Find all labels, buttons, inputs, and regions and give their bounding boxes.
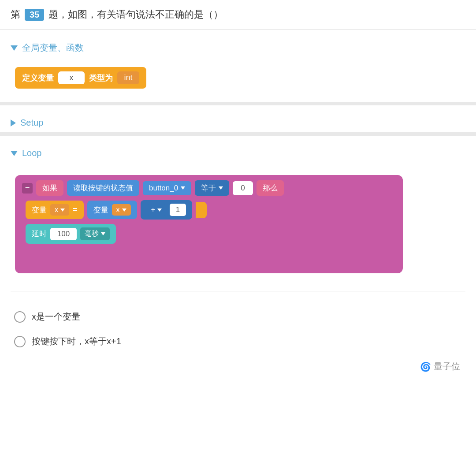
answer-a-row[interactable]: x是一个变量 <box>14 305 462 329</box>
question-header: 第 35 题，如图，有关语句说法不正确的是（） <box>0 0 476 30</box>
ms-label: 毫秒 <box>85 229 99 238</box>
type-label: 类型为 <box>89 73 113 83</box>
dropdown-arrow-4 <box>122 209 126 212</box>
section-loop-header[interactable]: Loop <box>11 144 465 163</box>
plus-dropdown[interactable]: + <box>147 204 166 216</box>
equal-dropdown[interactable]: 等于 <box>195 180 229 196</box>
if-block-footer <box>22 248 110 264</box>
loop-container: − 如果 读取按键的状态值 button_0 等于 0 那么 <box>15 175 465 273</box>
zero-value[interactable]: 0 <box>233 181 253 195</box>
section-setup: Setup <box>11 113 465 132</box>
section-global-label: 全局变量、函数 <box>22 42 84 54</box>
define-label: 定义变量 <box>22 73 54 83</box>
var-label: 变量 <box>32 205 47 215</box>
x-var2: x <box>116 206 120 214</box>
dropdown-arrow-3 <box>60 209 65 212</box>
ms-dropdown[interactable]: 毫秒 <box>80 227 110 240</box>
collapse-icon <box>11 45 18 51</box>
brand-name: 量子位 <box>434 361 460 372</box>
plus-block: + 1 <box>141 200 193 220</box>
global-block-canvas: 定义变量 x 类型为 int <box>11 58 465 102</box>
orange-tail <box>196 202 207 218</box>
if-block: − 如果 读取按键的状态值 button_0 等于 0 那么 <box>15 175 403 273</box>
equals-sign: = <box>73 205 78 215</box>
answer-b-row[interactable]: 按键按下时，x等于x+1 <box>14 329 462 354</box>
dropdown-arrow-2 <box>219 186 223 190</box>
answer-divider-top <box>11 291 465 291</box>
assign-block: 变量 x = <box>26 201 84 219</box>
answers-section: x是一个变量 按键按下时，x等于x+1 <box>11 305 465 354</box>
section-setup-header[interactable]: Setup <box>11 113 465 132</box>
var-label2: 变量 <box>93 205 108 215</box>
assignment-row: 变量 x = 变量 x <box>26 200 396 220</box>
brand-icon: 🌀 <box>420 361 431 372</box>
var-x2-block: 变量 x <box>87 201 137 219</box>
collapse-icon-loop <box>11 151 18 156</box>
radio-b[interactable] <box>14 336 26 347</box>
button-value: button_0 <box>149 184 178 193</box>
divider-2 <box>0 132 476 136</box>
radio-a[interactable] <box>14 311 26 323</box>
brand: 🌀 量子位 <box>420 361 460 372</box>
question-title: 题，如图，有关语句说法不正确的是（） <box>48 8 223 21</box>
define-variable-block: 定义变量 x 类型为 int <box>15 67 146 89</box>
delay-label: 延时 <box>32 229 47 239</box>
delay-row: 延时 100 毫秒 <box>26 224 396 244</box>
section-loop: Loop − 如果 读取按键的状态值 button_0 <box>11 144 465 287</box>
equal-label: 等于 <box>201 183 216 193</box>
plus-label: + <box>151 206 155 214</box>
main-content: 全局变量、函数 定义变量 x 类型为 int Setup Loop <box>0 37 476 354</box>
section-loop-label: Loop <box>22 148 42 158</box>
section-setup-label: Setup <box>20 118 43 128</box>
question-prefix: 第 <box>11 8 20 21</box>
var-x-dropdown[interactable]: x <box>50 204 69 216</box>
then-label: 那么 <box>257 180 284 196</box>
expand-icon <box>11 119 16 127</box>
type-value[interactable]: int <box>117 71 139 84</box>
question-number: 35 <box>25 9 44 21</box>
divider-1 <box>0 102 476 105</box>
delay-block: 延时 100 毫秒 <box>26 224 116 244</box>
minus-button[interactable]: − <box>22 183 33 194</box>
dropdown-arrow-6 <box>101 232 105 235</box>
page-footer: 🌀 量子位 <box>0 354 476 380</box>
if-top-row: − 如果 读取按键的状态值 button_0 等于 0 那么 <box>22 180 396 196</box>
answer-b-text: 按键按下时，x等于x+1 <box>32 335 121 347</box>
if-label: 如果 <box>36 180 63 196</box>
delay-value[interactable]: 100 <box>50 228 77 240</box>
var-name-input[interactable]: x <box>58 71 85 84</box>
x-var: x <box>55 206 58 214</box>
read-button-label: 读取按键的状态值 <box>67 180 139 196</box>
var-x2-dropdown[interactable]: x <box>112 204 131 216</box>
button-dropdown[interactable]: button_0 <box>143 181 191 195</box>
loop-block-canvas: − 如果 读取按键的状态值 button_0 等于 0 那么 <box>11 163 465 287</box>
section-global: 全局变量、函数 定义变量 x 类型为 int <box>11 37 465 102</box>
answer-a-text: x是一个变量 <box>32 311 80 323</box>
one-value[interactable]: 1 <box>170 204 186 216</box>
dropdown-arrow <box>181 186 185 190</box>
section-global-header[interactable]: 全局变量、函数 <box>11 37 465 58</box>
dropdown-arrow-5 <box>157 209 162 212</box>
